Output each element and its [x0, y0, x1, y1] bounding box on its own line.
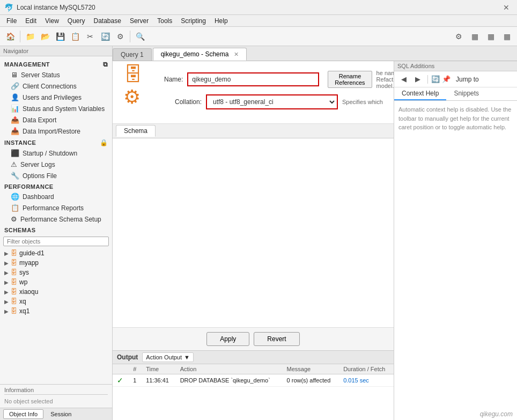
sql-toolbar-sep: [427, 75, 428, 84]
name-help-text: he name of the Refactor model.: [376, 70, 394, 89]
navigator-header: Navigator: [0, 46, 112, 56]
tab-query1[interactable]: Query 1: [113, 48, 152, 61]
arrow-icon: ▶: [4, 270, 9, 276]
menu-database[interactable]: Database: [90, 16, 125, 25]
tab-context-help[interactable]: Context Help: [394, 87, 446, 100]
sidebar-item-status-variables[interactable]: 📊 Status and System Variables: [0, 103, 112, 114]
sidebar-item-options-file[interactable]: 🔧 Options File: [0, 170, 112, 181]
menu-help[interactable]: Help: [210, 16, 232, 25]
rename-references-button[interactable]: Rename References: [328, 71, 372, 88]
toolbar-layout-3[interactable]: ▦: [500, 30, 514, 43]
toolbar-btn-2[interactable]: 📂: [38, 30, 52, 43]
toolbar-btn-8[interactable]: 🔍: [133, 30, 147, 43]
server-status-icon: 🖥: [11, 71, 18, 79]
close-button[interactable]: ✕: [500, 2, 513, 13]
toolbar-btn-6[interactable]: 🔄: [98, 30, 112, 43]
menu-file[interactable]: File: [2, 16, 21, 25]
col-message: Message: [283, 364, 339, 374]
right-panel-tabs: Context Help Snippets: [394, 87, 517, 101]
menu-query[interactable]: Query: [63, 16, 90, 25]
toolbar-new-connection[interactable]: 🏠: [3, 30, 17, 43]
title-text: Local instance MySQL5720: [17, 4, 500, 11]
tab-object-info[interactable]: Object Info: [3, 409, 43, 419]
schema-tab-schema[interactable]: Schema: [116, 125, 156, 137]
perf-reports-icon: 📋: [11, 204, 19, 212]
bookmark-icon[interactable]: 📌: [442, 75, 450, 83]
db-icon: 🗄: [11, 249, 17, 257]
sidebar-item-performance-schema-setup[interactable]: ⚙ Performance Schema Setup: [0, 213, 112, 225]
startup-icon: ⬛: [11, 149, 19, 157]
row-duration: 0.015 sec: [339, 374, 394, 387]
schema-item-myapp[interactable]: ▶ 🗄 myapp: [0, 258, 112, 268]
sidebar-item-data-import[interactable]: 📥 Data Import/Restore: [0, 126, 112, 137]
client-connections-icon: 🔗: [11, 82, 19, 90]
db-icon: 🗄: [11, 269, 17, 276]
sidebar-item-server-logs[interactable]: ⚠ Server Logs: [0, 159, 112, 170]
menu-view[interactable]: View: [41, 16, 63, 25]
sidebar-item-users-privileges[interactable]: 👤 Users and Privileges: [0, 92, 112, 103]
toolbar-settings[interactable]: ⚙: [452, 30, 466, 43]
expand-management-icon[interactable]: ⧉: [103, 61, 108, 68]
schema-item-xq[interactable]: ▶ 🗄 xq: [0, 297, 112, 306]
name-label: Name:: [164, 76, 183, 83]
schema-filter-input[interactable]: [3, 237, 109, 246]
schema-editor: 🗄⚙ Name: Re: [113, 61, 394, 124]
tab-schema-editor[interactable]: qikegu_demo - Schema ✕: [153, 48, 247, 61]
information-panel: Information No object selected: [0, 384, 112, 408]
schema-item-xq1[interactable]: ▶ 🗄 xq1: [0, 306, 112, 316]
arrow-icon: ▶: [4, 308, 9, 314]
sidebar-item-data-export[interactable]: 📤 Data Export: [0, 114, 112, 126]
sidebar-content: MANAGEMENT ⧉ 🖥 Server Status 🔗 Client Co…: [0, 56, 112, 384]
sql-additions-panel: SQL Additions ◀ ▶ 🔄 📌 Jump to Context He…: [394, 61, 517, 420]
toolbar-btn-3[interactable]: 💾: [53, 30, 67, 43]
no-object-text: No object selected: [4, 397, 108, 406]
db-icon: 🗄: [11, 298, 17, 305]
toolbar-btn-5[interactable]: ✂: [83, 30, 97, 43]
schema-item-xiaoqu[interactable]: ▶ 🗄 xiaoqu: [0, 287, 112, 297]
tab-session[interactable]: Session: [45, 409, 77, 419]
schema-item-guide-d1[interactable]: ▶ 🗄 guide-d1: [0, 248, 112, 258]
toolbar-btn-1[interactable]: 📁: [23, 30, 37, 43]
options-icon: 🔧: [11, 172, 19, 180]
information-header: Information: [4, 387, 108, 395]
sidebar-item-dashboard[interactable]: 🌐 Dashboard: [0, 191, 112, 202]
toolbar-sep-2: [130, 31, 130, 42]
menu-scripting[interactable]: Scripting: [176, 16, 210, 25]
toolbar-btn-7[interactable]: ⚙: [113, 30, 127, 43]
sidebar-item-performance-reports[interactable]: 📋 Performance Reports: [0, 202, 112, 213]
sidebar-item-client-connections[interactable]: 🔗 Client Connections: [0, 80, 112, 92]
collation-select-wrapper: utf8 - utf8_general_ciutf8mb4 - utf8mb4_…: [206, 94, 338, 109]
sql-nav-forward[interactable]: ▶: [411, 73, 424, 85]
collation-select[interactable]: utf8 - utf8_general_ciutf8mb4 - utf8mb4_…: [208, 96, 336, 108]
schema-bottom-tabs: Schema: [113, 124, 394, 138]
row-action: DROP DATABASE `qikegu_demo`: [176, 374, 283, 387]
tab-close-icon[interactable]: ✕: [234, 51, 239, 57]
sql-nav-back[interactable]: ◀: [397, 73, 410, 85]
row-num: 1: [129, 374, 142, 387]
apply-button[interactable]: Apply: [206, 332, 249, 346]
menu-tools[interactable]: Tools: [153, 16, 176, 25]
menu-edit[interactable]: Edit: [21, 16, 41, 25]
sidebar-item-server-status[interactable]: 🖥 Server Status: [0, 69, 112, 80]
arrow-icon: ▶: [4, 289, 9, 295]
section-performance: PERFORMANCE: [0, 181, 112, 191]
refresh-icon[interactable]: 🔄: [431, 75, 440, 83]
arrow-icon: ▶: [4, 299, 9, 305]
menu-server[interactable]: Server: [125, 16, 153, 25]
schema-db-icon: 🗄⚙: [123, 63, 156, 108]
tab-snippets[interactable]: Snippets: [446, 87, 486, 100]
sidebar-item-startup-shutdown[interactable]: ⬛ Startup / Shutdown: [0, 148, 112, 159]
schema-item-wp[interactable]: ▶ 🗄 wp: [0, 277, 112, 287]
col-num: #: [129, 364, 142, 374]
action-output-select[interactable]: Action Output ▼: [142, 352, 194, 362]
name-input[interactable]: [189, 74, 317, 85]
sidebar-bottom-tabs: Object Info Session: [0, 408, 112, 420]
revert-button[interactable]: Revert: [254, 332, 299, 346]
toolbar-layout-2[interactable]: ▦: [484, 30, 498, 43]
toolbar-layout-1[interactable]: ▦: [468, 30, 482, 43]
schema-item-sys[interactable]: ▶ 🗄 sys: [0, 268, 112, 277]
toolbar-btn-4[interactable]: 📋: [68, 30, 82, 43]
collation-help-text: Specifies which: [342, 99, 383, 105]
col-action: Action: [176, 364, 283, 374]
toolbar-right: ⚙ ▦ ▦ ▦: [452, 30, 514, 43]
